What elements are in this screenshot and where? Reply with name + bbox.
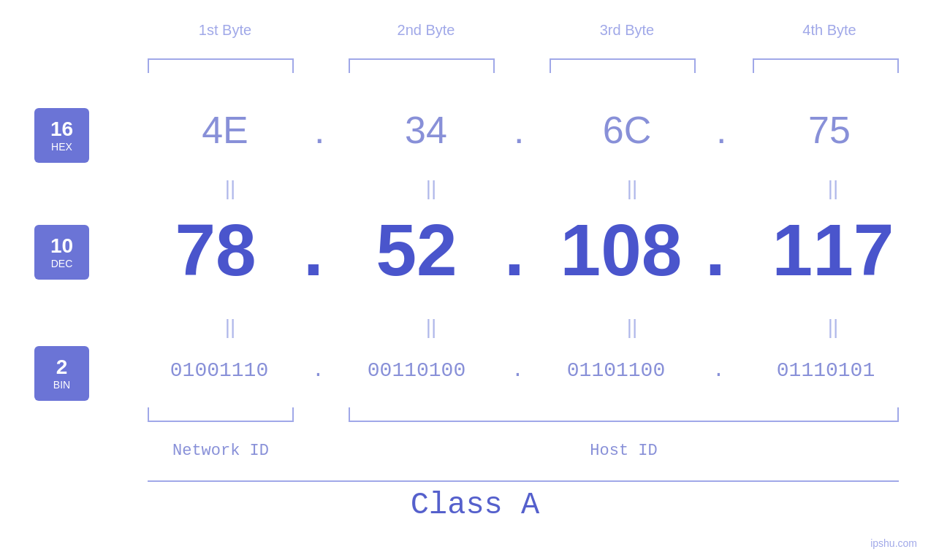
equals-hex-dec-1: ||: [208, 177, 252, 200]
dec-value-3: 108: [541, 208, 702, 292]
dec-dot-3: .: [705, 208, 726, 292]
equals-dec-bin-1: ||: [208, 315, 252, 339]
hex-dot-2: .: [514, 108, 524, 152]
network-id-label: Network ID: [148, 442, 294, 460]
class-label: Class A: [292, 488, 658, 523]
class-line: [148, 480, 899, 482]
bracket-top-col3: [550, 58, 696, 73]
col-header-2: 2nd Byte: [353, 22, 499, 39]
bin-badge: 2 BIN: [34, 346, 89, 401]
hex-value-2: 34: [353, 108, 499, 152]
bin-badge-number: 2: [56, 357, 68, 377]
bin-badge-label: BIN: [53, 379, 70, 391]
hex-value-1: 4E: [152, 108, 298, 152]
equals-dec-bin-2: ||: [409, 315, 453, 339]
col-header-4: 4th Byte: [756, 22, 902, 39]
host-id-label: Host ID: [349, 442, 899, 460]
bin-value-4: 01110101: [731, 359, 921, 382]
dec-value-2: 52: [343, 208, 490, 292]
dec-value-4: 117: [738, 208, 928, 292]
bin-dot-3: .: [712, 359, 725, 382]
bracket-top-col4: [753, 58, 899, 73]
hex-badge-number: 16: [50, 119, 73, 139]
bracket-bottom-network: [148, 407, 294, 422]
bin-value-1: 01001110: [135, 359, 303, 382]
bin-dot-1: .: [312, 359, 324, 382]
hex-value-4: 75: [756, 108, 902, 152]
hex-badge-label: HEX: [51, 141, 72, 153]
hex-value-3: 6C: [554, 108, 700, 152]
hex-badge: 16 HEX: [34, 108, 89, 163]
dec-value-1: 78: [142, 208, 289, 292]
col-header-1: 1st Byte: [152, 22, 298, 39]
hex-dot-3: .: [716, 108, 726, 152]
equals-hex-dec-3: ||: [610, 177, 654, 200]
equals-dec-bin-4: ||: [811, 315, 855, 339]
bracket-top-col2: [349, 58, 495, 73]
bracket-bottom-host: [349, 407, 899, 422]
main-container: 1st Byte 2nd Byte 3rd Byte 4th Byte 16 H…: [0, 0, 939, 560]
dec-badge-number: 10: [50, 236, 73, 256]
equals-dec-bin-3: ||: [610, 315, 654, 339]
dec-badge-label: DEC: [51, 258, 73, 269]
bracket-top-col1: [148, 58, 294, 73]
equals-hex-dec-4: ||: [811, 177, 855, 200]
equals-hex-dec-2: ||: [409, 177, 453, 200]
bin-value-2: 00110100: [332, 359, 501, 382]
hex-dot-1: .: [314, 108, 324, 152]
col-header-3: 3rd Byte: [554, 22, 700, 39]
bin-dot-2: .: [512, 359, 524, 382]
dec-badge: 10 DEC: [34, 225, 89, 280]
dec-dot-2: .: [504, 208, 525, 292]
bin-value-3: 01101100: [532, 359, 700, 382]
dec-dot-1: .: [303, 208, 324, 292]
watermark: ipshu.com: [870, 537, 917, 549]
